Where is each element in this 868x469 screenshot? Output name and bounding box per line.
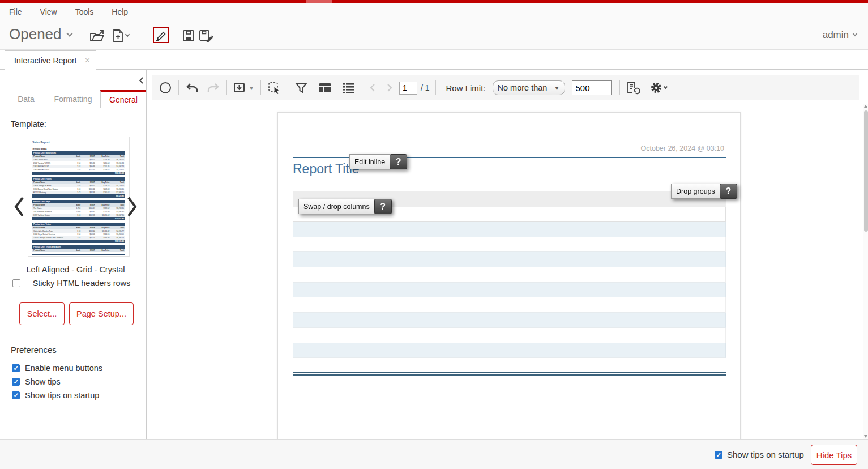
undo-icon[interactable]	[185, 82, 199, 94]
preference-row: Enable menu buttons	[12, 364, 102, 373]
preferences-label: Preferences	[11, 345, 57, 355]
main-area: DataFormattingGeneral Template: Sales Re…	[0, 70, 868, 439]
table-row	[293, 313, 726, 328]
export-caret-icon[interactable]: ▼	[249, 85, 254, 91]
tooltip-label: Edit inline	[349, 154, 390, 169]
row-limit-label: Row Limit:	[446, 83, 485, 93]
page-setup-button[interactable]: Page Setup...	[69, 302, 134, 325]
row-limit-value-input[interactable]	[572, 80, 612, 95]
preference-checkbox[interactable]	[12, 364, 20, 372]
sticky-headers-label: Sticky HTML headers rows	[20, 279, 143, 288]
next-template-arrow[interactable]	[126, 195, 138, 218]
thumbnail-section: Product Line: TrainsProduct NameScaleMSR…	[32, 223, 125, 243]
collapse-panel-button[interactable]	[138, 76, 144, 84]
thumbnail-section: Product Line: Trucks and BusesProduct Na…	[32, 245, 125, 252]
show-tips-startup-label: Show tips on startup	[727, 450, 804, 459]
dropdown-caret-icon: ▼	[554, 85, 560, 91]
table-row	[293, 283, 726, 298]
sticky-headers-checkbox[interactable]	[12, 279, 20, 287]
scroll-up-arrow[interactable]	[864, 105, 867, 108]
filter-icon[interactable]	[294, 82, 308, 94]
thumbnail-section: Product Line: MotorcyclesProduct NameSca…	[32, 151, 125, 175]
opened-dropdown[interactable]: Opened	[9, 25, 72, 43]
page-total-label: / 1	[421, 83, 430, 92]
open-report-button[interactable]	[89, 29, 105, 42]
edit-mode-button[interactable]	[153, 27, 169, 43]
scrollbar-thumb[interactable]	[864, 110, 868, 232]
toolbar-divider	[362, 80, 362, 95]
panel-tab-general[interactable]: General	[100, 90, 146, 108]
report-page: October 26, 2024 @ 03:10 Report Title	[277, 112, 741, 439]
select-template-button[interactable]: Select...	[19, 302, 65, 325]
pencil-edit-icon	[155, 29, 167, 41]
help-question-button[interactable]: ?	[374, 199, 392, 214]
opened-label: Opened	[9, 25, 62, 43]
tab-interactive-report[interactable]: Interactive Report ×	[5, 50, 96, 70]
tips-footer: Show tips on startup Hide Tips	[0, 439, 868, 469]
next-page-icon	[386, 83, 394, 93]
app-header: FileViewToolsHelp Opened	[0, 3, 868, 50]
hide-tips-button[interactable]: Hide Tips	[811, 445, 857, 465]
tab-label: Interactive Report	[14, 56, 77, 65]
settings-gear-icon[interactable]	[650, 82, 662, 94]
table-row	[293, 222, 726, 237]
new-file-icon	[112, 29, 125, 42]
chevron-down-icon	[125, 32, 130, 37]
thumbnail-total-row: $23,057.85	[32, 217, 125, 220]
scroll-down-arrow[interactable]	[864, 435, 867, 438]
close-tab-icon[interactable]: ×	[85, 56, 90, 66]
export-icon[interactable]	[233, 82, 246, 94]
refresh-report-icon[interactable]	[626, 81, 641, 95]
page-number-input[interactable]	[399, 82, 417, 95]
toolbar-divider	[178, 80, 179, 95]
tooltip-label: Drop groups	[671, 184, 720, 199]
row-limit-dropdown[interactable]: No more than ▼	[493, 80, 565, 95]
preference-label: Show tips on startup	[25, 391, 99, 400]
template-caption: Left Aligned - Grid - Crystal	[5, 265, 146, 274]
previous-page-icon	[369, 83, 377, 93]
marquee-select-icon[interactable]	[267, 81, 281, 95]
save-as-button[interactable]	[199, 29, 214, 42]
new-report-button[interactable]	[112, 29, 129, 42]
save-as-icon	[199, 29, 214, 42]
user-menu[interactable]: admin	[823, 29, 857, 41]
menu-item-tools[interactable]: Tools	[75, 7, 94, 16]
menu-item-file[interactable]: File	[9, 7, 22, 16]
preference-checkbox[interactable]	[12, 391, 20, 399]
report-table	[293, 207, 726, 358]
template-label: Template:	[11, 120, 46, 129]
layout-table-icon[interactable]	[318, 82, 332, 94]
list-view-icon[interactable]	[342, 82, 356, 94]
previous-template-arrow[interactable]	[13, 195, 25, 218]
help-question-button[interactable]: ?	[720, 184, 737, 199]
thumbnail-section: Product Line: PlanesProduct NameScaleMSR…	[32, 177, 125, 198]
app-window: FileViewToolsHelp Opened	[0, 0, 868, 469]
gear-caret-icon[interactable]	[663, 84, 667, 88]
folder-open-icon	[89, 29, 105, 42]
thumbnail-section: Product Line: ShipsProduct NameScaleMSRP…	[32, 200, 125, 220]
record-circle-icon[interactable]	[159, 81, 172, 95]
help-question-button[interactable]: ?	[390, 154, 407, 169]
table-row	[293, 328, 726, 343]
chevron-down-icon	[853, 32, 857, 36]
chevron-down-icon	[66, 30, 72, 36]
preference-label: Enable menu buttons	[25, 364, 102, 373]
toolbar-divider	[619, 80, 620, 95]
template-thumbnail[interactable]: Sales Report Territory: EMEA Product Lin…	[28, 137, 130, 257]
preference-row: Show tips on startup	[12, 391, 99, 400]
row-limit-option: No more than	[498, 83, 548, 92]
table-row	[293, 267, 726, 283]
preference-checkbox[interactable]	[12, 378, 20, 386]
show-tips-startup-checkbox[interactable]	[715, 451, 722, 459]
vertical-scrollbar[interactable]	[863, 104, 868, 439]
save-button[interactable]	[182, 29, 195, 42]
tooltip-drop-groups: Drop groups ?	[671, 184, 737, 199]
menu-item-view[interactable]: View	[40, 7, 57, 16]
thumbnail-territory: Territory: EMEA	[32, 147, 125, 151]
panel-tab-data[interactable]: Data	[6, 90, 46, 108]
panel-tab-formatting[interactable]: Formatting	[46, 90, 100, 108]
tooltip-edit-inline: Edit inline ?	[349, 154, 407, 169]
menu-item-help[interactable]: Help	[112, 7, 128, 16]
panel-tabs: DataFormattingGeneral	[6, 90, 146, 108]
toolbar-divider	[435, 80, 436, 95]
